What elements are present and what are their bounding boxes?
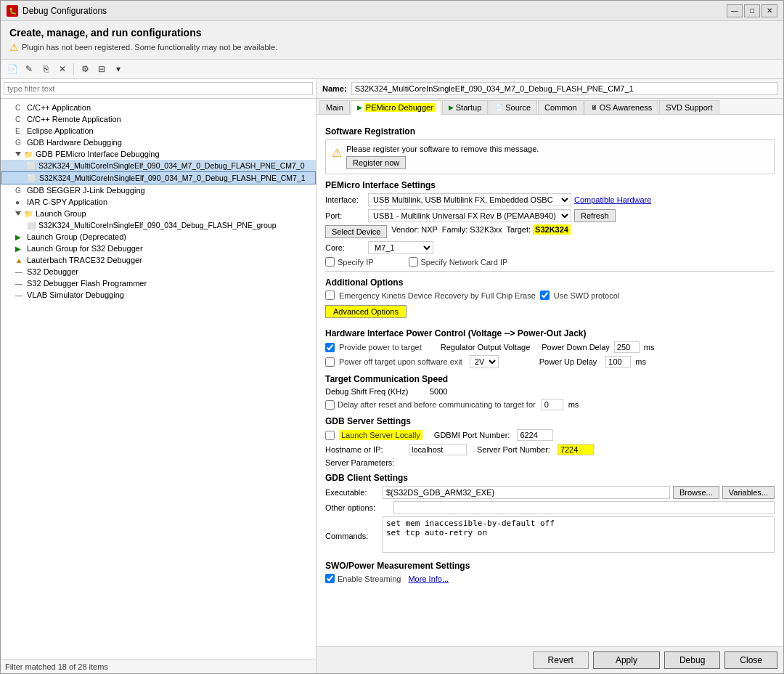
toolbar: 📄 ✎ ⎘ ✕ ⚙ ⊟ ▾ <box>1 60 783 79</box>
config-icon: G <box>15 139 24 147</box>
delete-button[interactable]: ✕ <box>55 62 70 76</box>
list-item[interactable]: — S32 Debugger <box>1 266 316 277</box>
revert-button[interactable]: Revert <box>533 651 589 669</box>
list-item[interactable]: ● IAR C-SPY Application <box>1 196 316 208</box>
other-options-input[interactable] <box>393 501 775 514</box>
tab-common[interactable]: Common <box>538 100 584 114</box>
minimize-button[interactable]: — <box>727 4 743 17</box>
tree-item-label: S32 Debugger <box>27 267 78 276</box>
power-down-value[interactable] <box>614 341 640 353</box>
emergency-checkbox[interactable] <box>325 291 335 300</box>
compatible-hw-link[interactable]: Compatible Hardware <box>574 195 651 204</box>
bottom-bar: Revert Apply Debug Close <box>317 646 783 673</box>
port-select[interactable]: USB1 - Multilink Universal FX Rev B (PEM… <box>368 209 571 222</box>
config-icon: ⬜ <box>27 162 36 170</box>
commands-label: Commands: <box>325 532 380 540</box>
tab-pemicro[interactable]: ▶ PEMicro Debugger <box>351 100 441 115</box>
browse-button[interactable]: Browse... <box>673 486 719 499</box>
body-area: C C/C++ Application C C/C++ Remote Appli… <box>1 79 783 673</box>
debug-button[interactable]: Debug <box>664 651 720 669</box>
server-port-input[interactable] <box>558 444 594 455</box>
filter-input[interactable] <box>4 82 313 95</box>
left-panel: C C/C++ Application C C/C++ Remote Appli… <box>1 79 317 673</box>
software-reg-box: ⚠ Please register your software to remov… <box>325 139 775 174</box>
list-item[interactable]: G GDB SEGGER J-Link Debugging <box>1 184 316 196</box>
interface-select[interactable]: USB Multilink, USB Multilink FX, Embedde… <box>368 193 571 206</box>
gdbmi-value[interactable] <box>517 429 553 441</box>
select-device-button[interactable]: Select Device <box>325 225 387 238</box>
target-label: Target: S32K324 <box>506 225 571 238</box>
voltage-select[interactable]: 2V <box>470 355 499 368</box>
list-item[interactable]: ▶ Launch Group for S32 Debugger <box>1 243 316 254</box>
power-off-checkbox[interactable] <box>325 357 335 367</box>
tree-item-label: VLAB Simulator Debugging <box>27 291 124 299</box>
edit-button[interactable]: ✎ <box>22 62 36 76</box>
delay-value[interactable] <box>542 399 563 410</box>
server-port-label: Server Port Number: <box>477 445 550 454</box>
filter-button[interactable]: ⚙ <box>78 62 92 76</box>
tree-item-label: S32K324_MultiCoreInSingleElf_090_034_M7_… <box>39 174 306 182</box>
refresh-button[interactable]: Refresh <box>574 209 616 222</box>
more-info-link[interactable]: More Info... <box>408 574 449 583</box>
specify-ip-checkbox[interactable] <box>325 257 335 267</box>
expand-arrow-icon <box>15 211 21 216</box>
tab-os-awareness[interactable]: 🖥 OS Awareness <box>584 100 659 114</box>
name-input[interactable] <box>351 82 777 95</box>
tree-item-label: Eclipse Application <box>27 126 94 135</box>
tab-startup[interactable]: ▶ Startup <box>442 100 488 114</box>
provide-power-checkbox[interactable] <box>325 343 335 352</box>
maximize-button[interactable]: □ <box>744 4 760 17</box>
advanced-options-button[interactable]: Advanced Options <box>325 305 407 318</box>
tree-item-label: S32 Debugger Flash Programmer <box>27 279 147 288</box>
debug-shift-row: Debug Shift Freq (KHz) 5000 <box>325 387 775 396</box>
list-item[interactable]: ⬜ S32K324_MultiCoreInSingleElf_090_034_M… <box>1 160 316 171</box>
use-swd-checkbox[interactable] <box>540 291 550 300</box>
core-select[interactable]: M7_1 <box>368 241 433 254</box>
hostname-input[interactable] <box>409 444 467 455</box>
swo-title: SWO/Power Measurement Settings <box>325 561 775 571</box>
list-item[interactable]: 📁 Launch Group <box>1 208 316 219</box>
config-content: Software Registration ⚠ Please register … <box>317 115 783 646</box>
list-item[interactable]: — S32 Debugger Flash Programmer <box>1 277 316 289</box>
gdbmi-label: GDBMI Port Number: <box>434 431 510 439</box>
specify-network-checkbox[interactable] <box>409 257 418 267</box>
commands-textarea[interactable]: set mem inaccessible-by-default off set … <box>383 516 775 553</box>
list-item[interactable]: ▲ Lauterbach TRACE32 Debugger <box>1 254 316 266</box>
list-item[interactable]: 📁 GDB PEMicro Interface Debugging <box>1 148 316 160</box>
executable-input[interactable] <box>383 486 670 499</box>
tree-item-label: S32K324_MultiCoreInSingleElf_090_034_Deb… <box>38 221 276 230</box>
tab-source[interactable]: 📄 Source <box>489 100 537 114</box>
close-button[interactable]: Close <box>724 651 777 669</box>
tree-item-label: IAR C-SPY Application <box>27 198 107 206</box>
list-item[interactable]: ⬜ S32K324_MultiCoreInSingleElf_090_034_D… <box>1 219 316 231</box>
collapse-button[interactable]: ⊟ <box>94 62 109 76</box>
list-item[interactable]: E Eclipse Application <box>1 125 316 137</box>
new-config-button[interactable]: 📄 <box>5 62 20 76</box>
register-now-button[interactable]: Register now <box>346 156 406 169</box>
enable-streaming-checkbox[interactable] <box>325 574 335 583</box>
play-icon2: ▶ <box>449 104 454 111</box>
list-item[interactable]: G GDB Hardware Debugging <box>1 137 316 148</box>
list-item[interactable]: C C/C++ Application <box>1 102 316 113</box>
provide-power-label: Provide power to target <box>339 343 422 352</box>
variables-button[interactable]: Variables... <box>722 486 775 499</box>
copy-button[interactable]: ⎘ <box>38 62 53 76</box>
core-row: Core: M7_1 <box>325 241 775 254</box>
list-item[interactable]: ▶ Launch Group (Deprecated) <box>1 231 316 243</box>
launch-server-checkbox[interactable] <box>325 431 335 440</box>
interface-row: Interface: USB Multilink, USB Multilink … <box>325 193 775 206</box>
apply-button[interactable]: Apply <box>593 651 660 669</box>
dropdown-button[interactable]: ▾ <box>111 62 126 76</box>
hostname-label: Hostname or IP: <box>325 445 401 454</box>
list-item[interactable]: ⬜ S32K324_MultiCoreInSingleElf_090_034_M… <box>1 171 316 184</box>
list-item[interactable]: C C/C++ Remote Application <box>1 113 316 125</box>
tab-main[interactable]: Main <box>319 100 350 114</box>
list-item[interactable]: — VLAB Simulator Debugging <box>1 289 316 301</box>
power-up-value[interactable] <box>605 356 631 368</box>
launch-server-label: Launch Server Locally <box>339 430 422 440</box>
delay-checkbox[interactable] <box>325 400 335 410</box>
target-value: S32K324 <box>533 224 571 235</box>
tab-svd[interactable]: SVD Support <box>659 100 719 114</box>
specify-network-label: Specify Network Card IP <box>421 258 508 267</box>
close-window-button[interactable]: ✕ <box>761 4 777 17</box>
